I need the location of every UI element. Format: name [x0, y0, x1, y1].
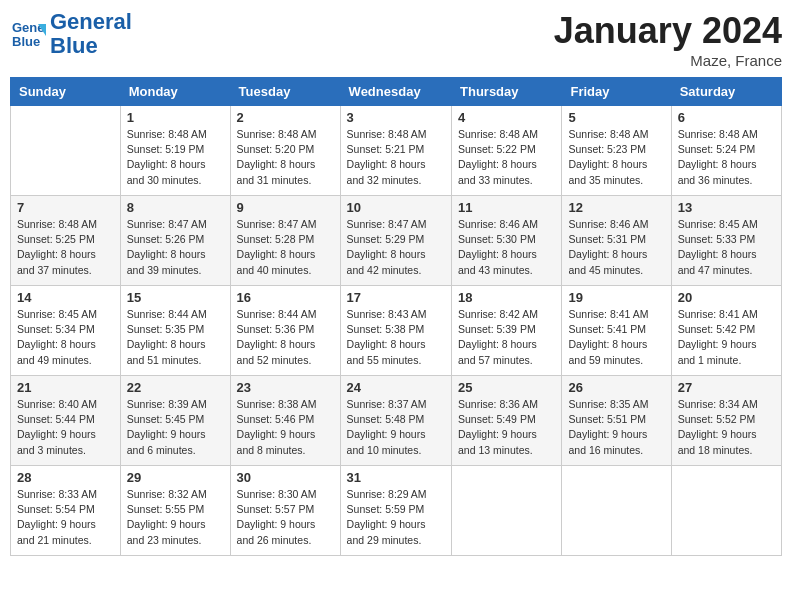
day-number: 13 [678, 200, 775, 215]
day-number: 12 [568, 200, 664, 215]
day-number: 21 [17, 380, 114, 395]
day-number: 9 [237, 200, 334, 215]
week-row-4: 21Sunrise: 8:40 AMSunset: 5:44 PMDayligh… [11, 376, 782, 466]
day-number: 6 [678, 110, 775, 125]
day-number: 31 [347, 470, 445, 485]
day-info: Sunrise: 8:48 AMSunset: 5:25 PMDaylight:… [17, 217, 114, 278]
day-number: 28 [17, 470, 114, 485]
day-info: Sunrise: 8:40 AMSunset: 5:44 PMDaylight:… [17, 397, 114, 458]
day-number: 26 [568, 380, 664, 395]
day-number: 4 [458, 110, 555, 125]
day-info: Sunrise: 8:30 AMSunset: 5:57 PMDaylight:… [237, 487, 334, 548]
day-number: 10 [347, 200, 445, 215]
day-info: Sunrise: 8:46 AMSunset: 5:30 PMDaylight:… [458, 217, 555, 278]
day-number: 11 [458, 200, 555, 215]
day-info: Sunrise: 8:35 AMSunset: 5:51 PMDaylight:… [568, 397, 664, 458]
day-info: Sunrise: 8:32 AMSunset: 5:55 PMDaylight:… [127, 487, 224, 548]
day-number: 8 [127, 200, 224, 215]
day-info: Sunrise: 8:29 AMSunset: 5:59 PMDaylight:… [347, 487, 445, 548]
day-cell: 11Sunrise: 8:46 AMSunset: 5:30 PMDayligh… [452, 196, 562, 286]
day-number: 18 [458, 290, 555, 305]
header-tuesday: Tuesday [230, 78, 340, 106]
day-cell: 12Sunrise: 8:46 AMSunset: 5:31 PMDayligh… [562, 196, 671, 286]
day-number: 29 [127, 470, 224, 485]
day-cell: 25Sunrise: 8:36 AMSunset: 5:49 PMDayligh… [452, 376, 562, 466]
day-cell: 31Sunrise: 8:29 AMSunset: 5:59 PMDayligh… [340, 466, 451, 556]
day-cell: 16Sunrise: 8:44 AMSunset: 5:36 PMDayligh… [230, 286, 340, 376]
logo-line1: General [50, 9, 132, 34]
day-cell: 24Sunrise: 8:37 AMSunset: 5:48 PMDayligh… [340, 376, 451, 466]
day-cell [671, 466, 781, 556]
day-info: Sunrise: 8:41 AMSunset: 5:41 PMDaylight:… [568, 307, 664, 368]
day-info: Sunrise: 8:33 AMSunset: 5:54 PMDaylight:… [17, 487, 114, 548]
day-number: 22 [127, 380, 224, 395]
day-info: Sunrise: 8:48 AMSunset: 5:22 PMDaylight:… [458, 127, 555, 188]
day-number: 19 [568, 290, 664, 305]
day-cell: 5Sunrise: 8:48 AMSunset: 5:23 PMDaylight… [562, 106, 671, 196]
day-number: 25 [458, 380, 555, 395]
calendar-table: SundayMondayTuesdayWednesdayThursdayFrid… [10, 77, 782, 556]
day-cell: 23Sunrise: 8:38 AMSunset: 5:46 PMDayligh… [230, 376, 340, 466]
title-area: January 2024 Maze, France [554, 10, 782, 69]
day-cell: 9Sunrise: 8:47 AMSunset: 5:28 PMDaylight… [230, 196, 340, 286]
day-cell: 30Sunrise: 8:30 AMSunset: 5:57 PMDayligh… [230, 466, 340, 556]
calendar-body: 1Sunrise: 8:48 AMSunset: 5:19 PMDaylight… [11, 106, 782, 556]
header-friday: Friday [562, 78, 671, 106]
day-number: 20 [678, 290, 775, 305]
header-row: SundayMondayTuesdayWednesdayThursdayFrid… [11, 78, 782, 106]
week-row-3: 14Sunrise: 8:45 AMSunset: 5:34 PMDayligh… [11, 286, 782, 376]
day-number: 1 [127, 110, 224, 125]
day-number: 15 [127, 290, 224, 305]
day-info: Sunrise: 8:38 AMSunset: 5:46 PMDaylight:… [237, 397, 334, 458]
day-info: Sunrise: 8:41 AMSunset: 5:42 PMDaylight:… [678, 307, 775, 368]
calendar-header: SundayMondayTuesdayWednesdayThursdayFrid… [11, 78, 782, 106]
day-number: 16 [237, 290, 334, 305]
day-number: 27 [678, 380, 775, 395]
logo-text: General Blue [50, 10, 132, 58]
day-info: Sunrise: 8:48 AMSunset: 5:20 PMDaylight:… [237, 127, 334, 188]
day-cell: 17Sunrise: 8:43 AMSunset: 5:38 PMDayligh… [340, 286, 451, 376]
day-info: Sunrise: 8:34 AMSunset: 5:52 PMDaylight:… [678, 397, 775, 458]
header-saturday: Saturday [671, 78, 781, 106]
day-cell: 21Sunrise: 8:40 AMSunset: 5:44 PMDayligh… [11, 376, 121, 466]
header-wednesday: Wednesday [340, 78, 451, 106]
header-monday: Monday [120, 78, 230, 106]
day-cell: 26Sunrise: 8:35 AMSunset: 5:51 PMDayligh… [562, 376, 671, 466]
day-number: 14 [17, 290, 114, 305]
day-cell: 29Sunrise: 8:32 AMSunset: 5:55 PMDayligh… [120, 466, 230, 556]
day-info: Sunrise: 8:44 AMSunset: 5:35 PMDaylight:… [127, 307, 224, 368]
day-number: 2 [237, 110, 334, 125]
day-number: 3 [347, 110, 445, 125]
day-info: Sunrise: 8:48 AMSunset: 5:24 PMDaylight:… [678, 127, 775, 188]
day-info: Sunrise: 8:48 AMSunset: 5:21 PMDaylight:… [347, 127, 445, 188]
day-cell: 4Sunrise: 8:48 AMSunset: 5:22 PMDaylight… [452, 106, 562, 196]
day-cell [11, 106, 121, 196]
day-cell: 28Sunrise: 8:33 AMSunset: 5:54 PMDayligh… [11, 466, 121, 556]
day-number: 23 [237, 380, 334, 395]
svg-text:Blue: Blue [12, 34, 40, 49]
day-cell [562, 466, 671, 556]
header-sunday: Sunday [11, 78, 121, 106]
day-info: Sunrise: 8:47 AMSunset: 5:29 PMDaylight:… [347, 217, 445, 278]
day-cell: 19Sunrise: 8:41 AMSunset: 5:41 PMDayligh… [562, 286, 671, 376]
week-row-2: 7Sunrise: 8:48 AMSunset: 5:25 PMDaylight… [11, 196, 782, 286]
week-row-1: 1Sunrise: 8:48 AMSunset: 5:19 PMDaylight… [11, 106, 782, 196]
day-info: Sunrise: 8:44 AMSunset: 5:36 PMDaylight:… [237, 307, 334, 368]
day-cell: 7Sunrise: 8:48 AMSunset: 5:25 PMDaylight… [11, 196, 121, 286]
day-cell: 22Sunrise: 8:39 AMSunset: 5:45 PMDayligh… [120, 376, 230, 466]
day-info: Sunrise: 8:42 AMSunset: 5:39 PMDaylight:… [458, 307, 555, 368]
day-cell: 18Sunrise: 8:42 AMSunset: 5:39 PMDayligh… [452, 286, 562, 376]
day-cell: 15Sunrise: 8:44 AMSunset: 5:35 PMDayligh… [120, 286, 230, 376]
day-cell: 27Sunrise: 8:34 AMSunset: 5:52 PMDayligh… [671, 376, 781, 466]
page-header: General Blue General Blue January 2024 M… [10, 10, 782, 69]
day-number: 5 [568, 110, 664, 125]
day-cell: 1Sunrise: 8:48 AMSunset: 5:19 PMDaylight… [120, 106, 230, 196]
day-cell: 20Sunrise: 8:41 AMSunset: 5:42 PMDayligh… [671, 286, 781, 376]
day-cell: 10Sunrise: 8:47 AMSunset: 5:29 PMDayligh… [340, 196, 451, 286]
week-row-5: 28Sunrise: 8:33 AMSunset: 5:54 PMDayligh… [11, 466, 782, 556]
header-thursday: Thursday [452, 78, 562, 106]
day-number: 7 [17, 200, 114, 215]
day-number: 17 [347, 290, 445, 305]
day-info: Sunrise: 8:45 AMSunset: 5:34 PMDaylight:… [17, 307, 114, 368]
day-info: Sunrise: 8:47 AMSunset: 5:26 PMDaylight:… [127, 217, 224, 278]
